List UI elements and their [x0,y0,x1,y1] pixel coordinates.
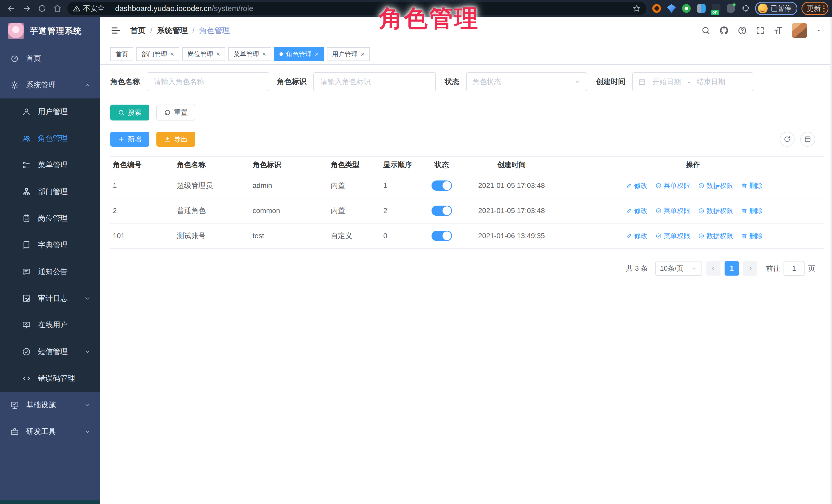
sidebar-item-在线用户[interactable]: 在线用户 [0,312,100,338]
cell-name: 测试账号 [174,231,250,241]
app-logo[interactable]: 芋道管理系统 [0,17,100,45]
calendar-icon [639,78,646,85]
header-actions [701,23,822,38]
reload-icon[interactable] [34,2,50,15]
date-range-picker[interactable]: 开始日期 - 结束日期 [632,72,753,91]
extension-translate-icon[interactable] [696,3,707,14]
close-icon[interactable]: × [170,51,174,57]
prev-page-button[interactable] [706,261,721,275]
font-size-icon[interactable] [774,26,783,35]
avatar-caret-icon[interactable] [815,27,822,33]
page-scrollbar[interactable] [830,17,832,504]
edit-icon [626,233,632,239]
extension-orange-icon[interactable] [651,3,662,14]
sidebar-item-短信管理[interactable]: 短信管理 [0,338,100,365]
close-icon[interactable]: × [262,51,266,57]
add-button[interactable]: 新增 [110,132,149,147]
sidebar-menu: 首页系统管理用户管理角色管理菜单管理部门管理岗位管理字典管理通知公告审计日志在线… [0,45,100,500]
tab-岗位管理[interactable]: 岗位管理× [182,47,225,61]
page-number-1[interactable]: 1 [725,261,739,275]
sidebar-item-部门管理[interactable]: 部门管理 [0,179,100,205]
page-size-select[interactable]: 10条/页 [655,261,702,276]
role-name-input[interactable] [147,72,269,91]
action-删除[interactable]: 删除 [741,206,763,215]
filter-form: 角色名称 角色标识 状态 角色状态 创建时间 开始日期 - 结束日期 [110,72,824,91]
sidebar-item-字典管理[interactable]: 字典管理 [0,232,100,258]
tab-用户管理[interactable]: 用户管理× [327,47,370,61]
status-toggle[interactable] [432,181,452,191]
tab-角色管理[interactable]: 角色管理× [274,47,324,61]
role-key-input[interactable] [313,72,436,91]
search-button[interactable]: 搜索 [110,105,149,121]
close-icon[interactable]: × [361,51,365,57]
sidebar-item-用户管理[interactable]: 用户管理 [0,99,100,125]
action-数据权限[interactable]: 数据权限 [698,206,733,215]
action-数据权限[interactable]: 数据权限 [698,181,733,190]
column-header-角色编号: 角色编号 [110,160,174,170]
action-菜单权限[interactable]: 菜单权限 [655,232,691,240]
close-icon[interactable]: × [315,51,319,57]
column-settings-button[interactable] [800,132,815,147]
sidebar-item-首页[interactable]: 首页 [0,45,100,72]
fullscreen-icon[interactable] [756,26,765,35]
tab-部门管理[interactable]: 部门管理× [136,47,179,61]
cell-name: 普通角色 [174,206,250,216]
action-删除[interactable]: 删除 [741,232,763,240]
breadcrumb-home[interactable]: 首页 [130,25,146,36]
extension-on-badge-icon[interactable]: on [710,3,722,14]
breadcrumb-current: 角色管理 [199,25,230,36]
sidebar-item-角色管理[interactable]: 角色管理 [0,125,100,152]
breadcrumb-system[interactable]: 系统管理 [157,25,188,36]
next-page-button[interactable] [743,261,757,275]
tab-首页[interactable]: 首页 [110,47,133,61]
action-删除[interactable]: 删除 [741,181,763,190]
back-icon[interactable] [4,2,19,15]
tab-菜单管理[interactable]: 菜单管理× [228,47,271,61]
action-修改[interactable]: 修改 [626,206,648,215]
table-refresh-button[interactable] [780,132,795,147]
action-菜单权限[interactable]: 菜单权限 [655,206,691,215]
action-修改[interactable]: 修改 [626,181,648,190]
sidebar-item-审计日志[interactable]: 审计日志 [0,285,100,312]
extension-bird-icon[interactable] [725,3,737,14]
sidebar-item-系统管理[interactable]: 系统管理 [0,72,100,99]
cell-type: 自定义 [328,231,381,241]
extensions-puzzle-icon[interactable] [740,3,752,14]
status-toggle[interactable] [432,206,452,216]
omnibox-divider [110,5,110,12]
home-icon[interactable] [50,2,65,15]
sidebar-item-基础设施[interactable]: 基础设施 [0,392,100,418]
sidebar-item-通知公告[interactable]: 通知公告 [0,258,100,285]
help-icon[interactable] [738,26,747,35]
sidebar-item-研发工具[interactable]: 研发工具 [0,418,100,445]
sidebar-item-错误码管理[interactable]: 错误码管理 [0,365,100,392]
status-select[interactable]: 角色状态 [466,72,587,91]
sidebar-item-菜单管理[interactable]: 菜单管理 [0,152,100,179]
action-数据权限[interactable]: 数据权限 [698,232,733,240]
extension-blue-gem-icon[interactable] [666,3,677,14]
status-toggle[interactable] [432,231,452,241]
browser-menu-icon[interactable] [823,5,825,12]
hamburger-icon[interactable] [107,25,125,36]
goto-page-input[interactable] [783,261,805,276]
close-icon[interactable]: × [216,51,220,57]
trash-icon [741,183,747,189]
sidebar-item-岗位管理[interactable]: 岗位管理 [0,205,100,232]
extension-green-icon[interactable] [681,3,692,14]
action-修改[interactable]: 修改 [626,232,648,240]
github-icon[interactable] [719,26,729,35]
browser-update-button[interactable]: 更新 [802,2,828,15]
log-icon [22,294,31,303]
security-warning[interactable]: 不安全 [73,4,105,13]
search-icon[interactable] [701,26,710,35]
bookmark-star-icon[interactable] [632,4,641,12]
app-title: 芋道管理系统 [30,25,82,37]
chevron-down-icon [84,348,91,355]
user-avatar[interactable] [792,23,807,38]
reset-button[interactable]: 重置 [156,105,196,121]
action-菜单权限[interactable]: 菜单权限 [655,181,691,190]
profile-paused-button[interactable]: 已暂停 [755,2,797,15]
export-button[interactable]: 导出 [156,132,196,147]
address-bar[interactable]: 不安全 dashboard.yudao.iocoder.cn/system/ro… [67,2,646,15]
forward-icon[interactable] [19,2,34,15]
